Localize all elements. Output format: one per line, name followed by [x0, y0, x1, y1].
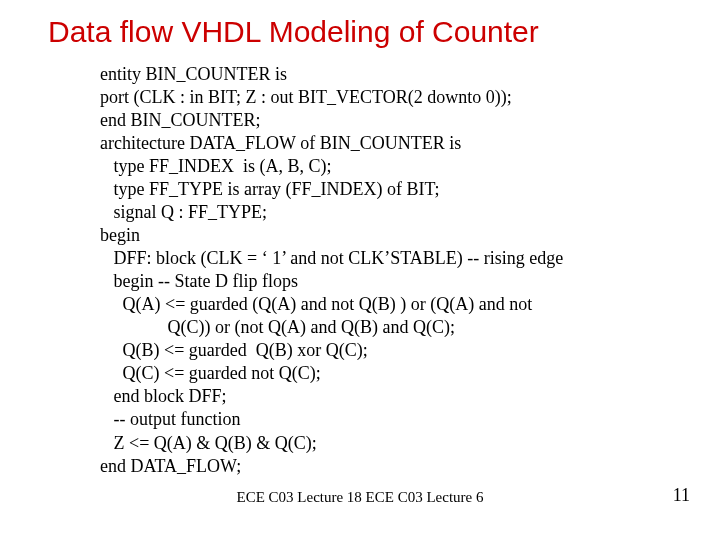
- code-line: Q(A) <= guarded (Q(A) and not Q(B) ) or …: [100, 294, 532, 314]
- code-line: end BIN_COUNTER;: [100, 110, 261, 130]
- code-line: signal Q : FF_TYPE;: [100, 202, 267, 222]
- code-line: begin: [100, 225, 140, 245]
- code-line: port (CLK : in BIT; Z : out BIT_VECTOR(2…: [100, 87, 512, 107]
- code-line: end block DFF;: [100, 386, 227, 406]
- code-line: end DATA_FLOW;: [100, 456, 241, 476]
- vhdl-code-block: entity BIN_COUNTER is port (CLK : in BIT…: [100, 63, 680, 478]
- code-line: Q(C)) or (not Q(A) and Q(B) and Q(C);: [100, 317, 455, 337]
- footer-lecture-label: ECE C03 Lecture 18 ECE C03 Lecture 6: [0, 489, 720, 506]
- code-line: begin -- State D flip flops: [100, 271, 298, 291]
- page-number: 11: [673, 485, 690, 506]
- code-line: type FF_INDEX is (A, B, C);: [100, 156, 332, 176]
- code-line: DFF: block (CLK = ‘ 1’ and not CLK’STABL…: [100, 248, 563, 268]
- code-line: entity BIN_COUNTER is: [100, 64, 287, 84]
- slide-title: Data flow VHDL Modeling of Counter: [48, 15, 680, 49]
- code-line: Z <= Q(A) & Q(B) & Q(C);: [100, 433, 317, 453]
- slide: Data flow VHDL Modeling of Counter entit…: [0, 0, 720, 540]
- code-line: Q(C) <= guarded not Q(C);: [100, 363, 321, 383]
- code-line: -- output function: [100, 409, 240, 429]
- code-line: architecture DATA_FLOW of BIN_COUNTER is: [100, 133, 461, 153]
- code-line: Q(B) <= guarded Q(B) xor Q(C);: [100, 340, 368, 360]
- code-line: type FF_TYPE is array (FF_INDEX) of BIT;: [100, 179, 439, 199]
